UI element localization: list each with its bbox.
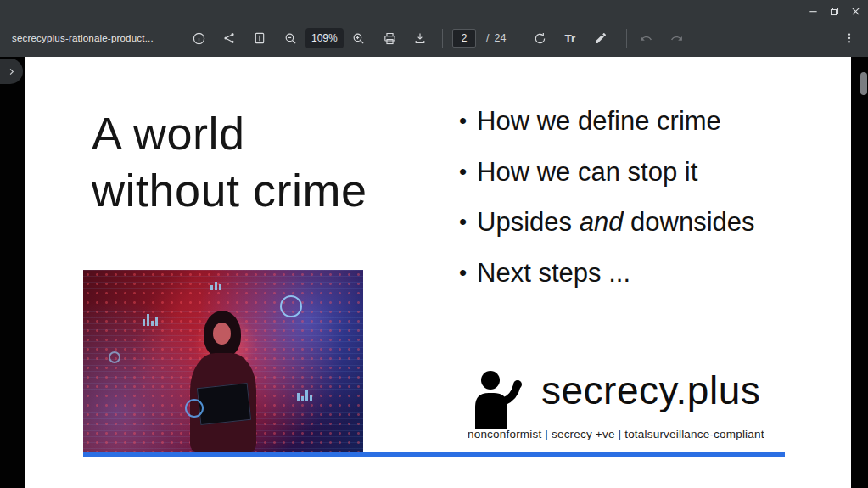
print-button[interactable] bbox=[376, 25, 403, 52]
bullet-list: •How we define crime •How we can stop it… bbox=[459, 96, 755, 298]
more-options-button[interactable] bbox=[836, 25, 863, 52]
vertical-scrollbar-thumb[interactable] bbox=[860, 72, 867, 95]
cyber-collage-image bbox=[83, 270, 363, 452]
bullet-text-italic: and bbox=[580, 207, 624, 237]
image-ring-decoration bbox=[185, 399, 204, 418]
page-navigation-group: 2 / 24 bbox=[452, 25, 506, 52]
zoom-out-button[interactable] bbox=[277, 25, 304, 52]
bullet-marker: • bbox=[459, 248, 467, 298]
toolbar-row: secrecyplus-rationale-product... bbox=[0, 25, 868, 52]
close-icon bbox=[851, 7, 860, 16]
window-controls bbox=[805, 3, 863, 19]
slide-title-line2: without crime bbox=[92, 162, 367, 219]
history-group bbox=[632, 25, 690, 52]
toolbar-divider bbox=[442, 29, 443, 48]
undo-button[interactable] bbox=[632, 25, 659, 52]
slide-title: A world without crime bbox=[92, 105, 367, 219]
chevron-right-icon bbox=[7, 67, 16, 76]
page-divider: / bbox=[486, 32, 489, 44]
undo-icon bbox=[639, 31, 653, 46]
bullet-item: •How we define crime bbox=[459, 96, 755, 147]
image-barchart-decoration bbox=[297, 390, 312, 401]
zoom-level-display[interactable]: 109% bbox=[305, 28, 344, 48]
secrecy-plus-logo-icon bbox=[465, 369, 531, 429]
add-text-button[interactable]: Tr bbox=[557, 25, 584, 52]
info-icon bbox=[192, 31, 206, 46]
output-group bbox=[376, 25, 434, 52]
pdf-page-area: A world without crime •How we define cri… bbox=[0, 57, 868, 488]
minimize-button[interactable] bbox=[805, 3, 820, 19]
rotate-button[interactable] bbox=[526, 25, 553, 52]
download-button[interactable] bbox=[406, 25, 434, 52]
brand-name: secrecy.plus bbox=[541, 366, 760, 415]
document-info-button[interactable] bbox=[185, 25, 212, 52]
download-icon bbox=[413, 31, 427, 45]
bullet-item: •Upsides and downsides bbox=[459, 197, 755, 248]
toolbar-divider bbox=[626, 29, 627, 48]
bullet-text: How we define crime bbox=[477, 106, 721, 136]
slide-title-line1: A world bbox=[92, 105, 367, 162]
bullet-text: Next steps ... bbox=[477, 258, 630, 288]
fit-page-icon bbox=[253, 31, 266, 45]
print-icon bbox=[383, 31, 397, 46]
sidebar-expand-button[interactable] bbox=[0, 59, 23, 84]
more-menu-icon bbox=[843, 31, 856, 45]
bullet-marker: • bbox=[459, 197, 467, 247]
restore-button[interactable] bbox=[826, 3, 842, 19]
share-icon bbox=[222, 31, 236, 45]
image-ring-decoration bbox=[280, 295, 302, 317]
zoom-out-icon bbox=[283, 31, 298, 46]
bullet-item: •How we can stop it bbox=[459, 147, 755, 198]
page-count: / 24 bbox=[486, 32, 506, 44]
image-person-face bbox=[213, 323, 231, 345]
image-barchart-decoration bbox=[210, 282, 221, 290]
page-total: 24 bbox=[494, 32, 506, 44]
annotation-group: Tr bbox=[526, 25, 614, 52]
restore-icon bbox=[830, 7, 839, 16]
share-button[interactable] bbox=[216, 25, 243, 52]
slide-accent-bar bbox=[83, 452, 785, 457]
bullet-text: How we can stop it bbox=[477, 157, 697, 187]
bullet-text: Upsides bbox=[477, 207, 580, 237]
image-ring-decoration bbox=[109, 351, 120, 363]
redo-button[interactable] bbox=[663, 25, 690, 52]
brand-tagline: nonconformist | secrecy +ve | totalsurve… bbox=[468, 428, 764, 440]
redo-icon bbox=[669, 31, 684, 46]
view-tools-group bbox=[185, 25, 273, 52]
bullet-marker: • bbox=[459, 147, 467, 197]
zoom-in-button[interactable] bbox=[345, 25, 372, 52]
minimize-icon bbox=[809, 7, 818, 16]
image-barchart-decoration bbox=[143, 314, 158, 326]
slide-page: A world without crime •How we define cri… bbox=[25, 57, 851, 488]
image-tablet bbox=[197, 383, 251, 425]
bullet-text: downsides bbox=[623, 207, 754, 237]
fit-to-page-button[interactable] bbox=[246, 25, 273, 52]
page-number-input[interactable]: 2 bbox=[452, 29, 476, 48]
zoom-in-icon bbox=[351, 31, 366, 46]
bullet-marker: • bbox=[459, 96, 467, 146]
more-menu-group bbox=[836, 25, 863, 52]
rotate-icon bbox=[533, 31, 547, 46]
document-title: secrecyplus-rationale-product... bbox=[12, 33, 154, 43]
pdf-viewer-toolbar: secrecyplus-rationale-product... bbox=[0, 0, 868, 57]
add-text-icon: Tr bbox=[565, 32, 576, 45]
bullet-item: •Next steps ... bbox=[459, 248, 755, 299]
close-button[interactable] bbox=[848, 3, 863, 19]
draw-pen-icon bbox=[594, 31, 608, 45]
zoom-group: 109% bbox=[277, 25, 372, 52]
image-person-figure bbox=[183, 304, 268, 452]
draw-button[interactable] bbox=[587, 25, 614, 52]
